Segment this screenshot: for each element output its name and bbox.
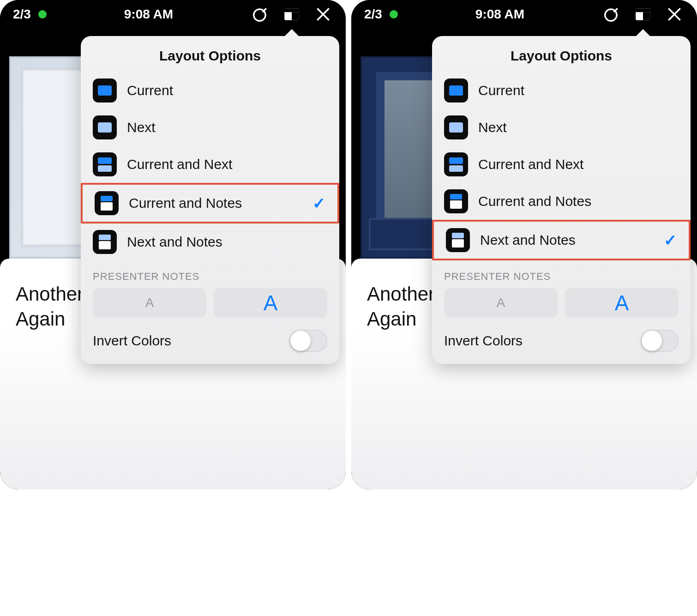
invert-colors-row: Invert Colors <box>81 318 339 354</box>
option-label: Next <box>127 120 156 135</box>
recording-dot-icon <box>38 10 47 18</box>
svg-rect-6 <box>636 8 650 12</box>
slide-counter: 2/3 <box>13 7 31 22</box>
option-current-and-next[interactable]: Current and Next <box>432 146 691 183</box>
current-icon <box>93 79 117 103</box>
option-current[interactable]: Current <box>432 72 691 109</box>
invert-colors-toggle[interactable] <box>641 330 679 352</box>
layout-icon[interactable] <box>633 5 653 24</box>
current-icon <box>444 79 468 103</box>
next-icon <box>93 115 117 139</box>
invert-colors-label: Invert Colors <box>444 333 523 349</box>
popover-title: Layout Options <box>432 48 691 64</box>
option-label: Current and Next <box>127 157 232 172</box>
option-label: Next <box>478 120 507 135</box>
current-notes-icon <box>95 191 119 215</box>
option-label: Next and Notes <box>480 232 576 248</box>
checkmark-icon: ✓ <box>312 194 325 212</box>
clock: 9:08 AM <box>47 7 251 22</box>
option-label: Current <box>127 83 173 98</box>
slide-counter: 2/3 <box>364 7 382 22</box>
option-label: Current and Notes <box>478 193 591 209</box>
invert-colors-toggle[interactable] <box>289 330 327 352</box>
annotate-icon[interactable] <box>602 5 621 24</box>
svg-rect-7 <box>643 12 650 20</box>
font-increase-button[interactable]: A <box>565 288 679 318</box>
screenshot-left: 2/3 9:08 AM Another Again Layout Options… <box>0 0 346 489</box>
font-increase-button[interactable]: A <box>214 288 327 318</box>
close-icon[interactable] <box>665 5 684 24</box>
option-next-and-notes[interactable]: Next and Notes ✓ <box>432 220 691 260</box>
font-decrease-button[interactable]: A <box>93 288 206 318</box>
font-size-controls: A A <box>81 288 339 318</box>
invert-colors-row: Invert Colors <box>432 318 691 354</box>
invert-colors-label: Invert Colors <box>93 333 171 349</box>
layout-options-popover: Layout Options Current Next Current and … <box>81 36 339 364</box>
annotate-icon[interactable] <box>251 5 270 24</box>
option-label: Next and Notes <box>127 234 222 250</box>
option-next[interactable]: Next <box>81 109 339 146</box>
status-bar: 2/3 9:08 AM <box>351 0 697 29</box>
recording-dot-icon <box>390 10 398 18</box>
option-current-and-notes[interactable]: Current and Notes <box>432 183 691 220</box>
close-icon[interactable] <box>313 5 333 24</box>
status-bar: 2/3 9:08 AM <box>0 0 346 29</box>
svg-rect-3 <box>292 12 299 20</box>
font-decrease-button[interactable]: A <box>444 288 558 318</box>
checkmark-icon: ✓ <box>664 231 677 249</box>
current-next-icon <box>444 152 468 176</box>
svg-rect-2 <box>284 8 299 12</box>
next-icon <box>444 115 468 139</box>
option-next-and-notes[interactable]: Next and Notes <box>81 223 339 260</box>
option-next[interactable]: Next <box>432 109 691 146</box>
layout-options-popover: Layout Options Current Next Current and … <box>432 36 691 364</box>
screenshot-right: 2/3 9:08 AM Another Again Layout Options… <box>351 0 697 489</box>
presenter-notes-section-label: PRESENTER NOTES <box>81 260 339 288</box>
popover-title: Layout Options <box>81 48 339 64</box>
layout-icon[interactable] <box>282 5 301 24</box>
presenter-notes-section-label: PRESENTER NOTES <box>432 260 691 288</box>
option-label: Current and Notes <box>129 195 242 211</box>
option-current[interactable]: Current <box>81 72 339 109</box>
current-notes-icon <box>444 189 468 213</box>
option-current-and-notes[interactable]: Current and Notes ✓ <box>81 183 339 223</box>
current-next-icon <box>93 152 117 176</box>
next-notes-icon <box>446 228 470 252</box>
clock: 9:08 AM <box>398 7 602 22</box>
option-current-and-next[interactable]: Current and Next <box>81 146 339 183</box>
next-notes-icon <box>93 230 117 254</box>
font-size-controls: A A <box>432 288 691 318</box>
option-label: Current and Next <box>478 157 583 172</box>
option-label: Current <box>478 83 524 98</box>
